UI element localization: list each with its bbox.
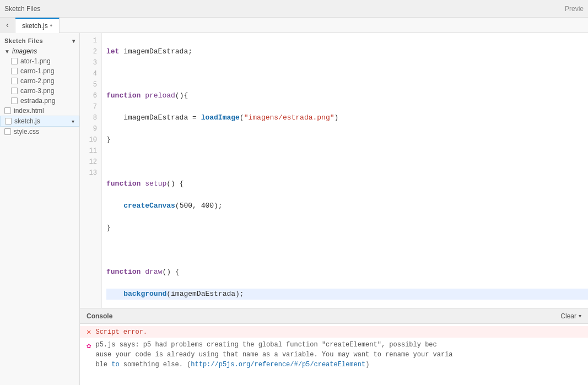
file-name: carro-2.png (20, 77, 54, 85)
code-line-1: let imagemDaEstrada; (106, 46, 588, 57)
code-line-12: background(imagemDaEstrada); (106, 289, 588, 300)
code-container[interactable]: 1 2 3 4 5 6 7 8 9 10 11 12 13 let imagem… (80, 33, 588, 308)
console-body: ✕ Script error. ✿ p5.js says: p5 had pro… (80, 324, 588, 385)
file-name: style.css (14, 128, 39, 135)
file-icon (4, 107, 11, 114)
clear-label: Clear (560, 312, 576, 320)
code-line-2 (106, 68, 588, 79)
file-icon (5, 118, 12, 124)
sidebar-file-stylecss[interactable]: style.css (0, 127, 79, 137)
sidebar-file-ator1[interactable]: ator-1.png (0, 56, 79, 66)
sidebar-file-estrada[interactable]: estrada.png (0, 96, 79, 106)
code-line-4: imagemDaEstrada = loadImage("imagens/est… (106, 112, 588, 123)
error-circle-icon: ✕ (87, 327, 91, 337)
top-bar: Sketch Files Previe (0, 0, 588, 18)
sidebar: Sketch Files ▾ ▼ imagens ator-1.png carr… (0, 33, 80, 385)
console-title: Console (87, 312, 112, 320)
main-area: Sketch Files ▾ ▼ imagens ator-1.png carr… (0, 33, 588, 385)
tab-sketchjs[interactable]: sketch.js• (15, 18, 60, 33)
code-line-6 (106, 156, 588, 167)
code-line-7: function setup() { (106, 178, 588, 189)
folder-name: imagens (12, 47, 37, 55)
tab-modified-dot: • (50, 22, 52, 30)
code-line-9: } (106, 223, 588, 234)
chevron-left-icon: ‹ (5, 21, 9, 30)
file-name: sketch.js (14, 117, 40, 125)
console-error-line: ✕ Script error. (80, 326, 588, 338)
sidebar-folder-imagens[interactable]: ▼ imagens (0, 46, 79, 56)
sidebar-title: Sketch Files (4, 37, 43, 44)
code-line-3: function preload(){ (106, 90, 588, 101)
console-header: Console Clear ▾ (80, 308, 588, 324)
sidebar-file-carro3[interactable]: carro-3.png (0, 86, 79, 96)
back-button[interactable]: ‹ (0, 18, 15, 33)
sidebar-file-sketchjs[interactable]: sketch.js ▾ (0, 116, 79, 127)
warning-text: p5.js says: p5 had problems creating the… (95, 340, 452, 370)
sidebar-header: Sketch Files ▾ (0, 35, 79, 46)
file-name: carro-3.png (20, 87, 54, 95)
file-name: index.html (14, 107, 44, 115)
chevron-down-icon: ▾ (579, 313, 581, 319)
file-dropdown-icon: ▾ (72, 118, 74, 124)
code-line-8: createCanvas(500, 400); (106, 200, 588, 212)
console-area: Console Clear ▾ ✕ Script error. ✿ p5.js … (80, 308, 588, 385)
code-editor[interactable]: let imagemDaEstrada; function preload(){… (102, 33, 588, 308)
warning-line2: ause your code is already using that nam… (95, 351, 452, 359)
error-text: Script error. (95, 328, 147, 336)
sidebar-file-carro1[interactable]: carro-1.png (0, 66, 79, 76)
file-icon (11, 88, 18, 94)
tab-filename: sketch.js (22, 22, 48, 30)
file-name: estrada.png (20, 97, 55, 105)
warning-line1: p5.js says: p5 had problems creating the… (95, 341, 436, 349)
line-numbers: 1 2 3 4 5 6 7 8 9 10 11 12 13 (80, 33, 102, 308)
warning-line3: ble to something else. (http://p5js.org/… (95, 361, 369, 368)
code-line-5: } (106, 134, 588, 145)
file-name: carro-1.png (20, 67, 54, 75)
console-warning: ✿ p5.js says: p5 had problems creating t… (80, 338, 588, 372)
file-icon (4, 128, 11, 135)
code-line-10 (106, 245, 588, 256)
warning-flower-icon: ✿ (87, 341, 91, 350)
file-name: ator-1.png (20, 57, 51, 65)
file-icon (11, 78, 18, 84)
file-icon (11, 68, 18, 74)
editor-area: 1 2 3 4 5 6 7 8 9 10 11 12 13 let imagem… (80, 33, 588, 385)
sidebar-dropdown-icon[interactable]: ▾ (72, 38, 75, 44)
tab-bar: ‹ sketch.js• (0, 18, 588, 33)
console-clear-button[interactable]: Clear ▾ (560, 312, 581, 320)
preview-label: Previe (565, 5, 584, 13)
file-icon (11, 97, 18, 104)
code-line-11: function draw() { (106, 267, 588, 278)
warning-link[interactable]: http://p5js.org/reference/#/p5/createEle… (191, 361, 365, 368)
sketch-files-label: Sketch Files (4, 5, 40, 13)
sidebar-file-carro2[interactable]: carro-2.png (0, 76, 79, 86)
folder-arrow-icon: ▼ (4, 48, 10, 55)
file-icon (11, 58, 18, 64)
sidebar-file-indexhtml[interactable]: index.html (0, 106, 79, 116)
